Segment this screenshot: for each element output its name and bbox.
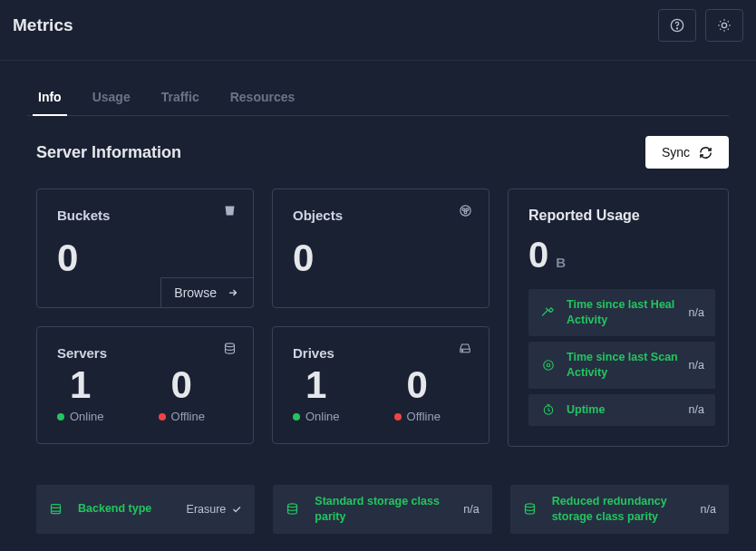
page-header: Metrics xyxy=(0,0,756,61)
buckets-title: Buckets xyxy=(57,208,233,223)
drives-offline-count: 0 xyxy=(394,366,441,404)
page-title: Metrics xyxy=(13,15,73,35)
heal-icon xyxy=(539,306,557,319)
offline-label: Offline xyxy=(171,410,205,423)
middle-column: Objects 0 Drives 1 Online 0 xyxy=(272,188,489,447)
reported-usage-title: Reported Usage xyxy=(528,206,715,226)
stat-scan: Time since last Scan Activity n/a xyxy=(528,342,715,389)
reduced-parity-pill: Reduced redundancy storage class parity … xyxy=(510,485,729,534)
refresh-icon xyxy=(699,146,712,160)
sync-button[interactable]: Sync xyxy=(645,136,729,169)
backend-type-label: Backend type xyxy=(78,501,176,517)
servers-card: Servers 1 Online 0 Offline xyxy=(36,326,254,444)
bucket-icon xyxy=(223,204,237,218)
svg-point-14 xyxy=(288,504,297,508)
stat-scan-label: Time since last Scan Activity xyxy=(567,350,680,381)
storage-icon xyxy=(523,502,541,516)
stat-scan-value: n/a xyxy=(689,359,704,372)
stat-heal: Time since last Heal Activity n/a xyxy=(528,289,715,336)
offline-label: Offline xyxy=(407,410,441,423)
storage-icon xyxy=(49,502,67,516)
drives-status: 1 Online 0 Offline xyxy=(293,366,469,423)
objects-title: Objects xyxy=(293,208,469,223)
drives-card: Drives 1 Online 0 Offline xyxy=(272,326,489,444)
reduced-parity-value: n/a xyxy=(701,503,716,516)
stat-uptime-label: Uptime xyxy=(567,402,680,418)
servers-status: 1 Online 0 Offline xyxy=(57,366,233,423)
content: Info Usage Traffic Resources Server Info… xyxy=(0,61,756,534)
left-column: Buckets 0 Browse Servers xyxy=(36,188,254,447)
servers-offline: 0 Offline xyxy=(159,366,205,423)
svg-point-6 xyxy=(466,208,469,211)
section-title: Server Information xyxy=(36,143,181,162)
header-actions xyxy=(658,9,743,42)
status-dot-green xyxy=(293,413,300,420)
online-label: Online xyxy=(70,410,104,423)
tabs: Info Usage Traffic Resources xyxy=(27,81,729,116)
stat-heal-value: n/a xyxy=(689,306,704,319)
arrow-right-icon xyxy=(226,287,240,298)
cards-grid: Buckets 0 Browse Servers xyxy=(27,188,729,447)
objects-icon xyxy=(459,204,472,218)
svg-point-11 xyxy=(547,363,550,367)
sun-icon xyxy=(717,18,732,33)
tab-usage[interactable]: Usage xyxy=(91,81,132,115)
svg-point-3 xyxy=(226,343,235,347)
standard-parity-value: n/a xyxy=(463,503,479,516)
online-label: Online xyxy=(305,410,340,423)
svg-point-1 xyxy=(676,28,677,29)
server-icon xyxy=(223,342,237,355)
servers-online: 1 Online xyxy=(57,366,104,423)
svg-point-5 xyxy=(462,208,465,211)
drive-icon xyxy=(458,342,472,354)
stat-uptime-value: n/a xyxy=(689,403,704,416)
status-dot-red xyxy=(394,413,402,420)
storage-icon xyxy=(286,502,304,516)
drives-online: 1 Online xyxy=(293,366,340,423)
svg-point-9 xyxy=(462,350,463,351)
usage-number: 0 xyxy=(528,237,548,273)
reported-usage-value: 0 B xyxy=(528,237,715,273)
backend-type-text: Erasure xyxy=(187,503,227,516)
svg-point-2 xyxy=(722,23,726,27)
servers-title: Servers xyxy=(57,345,233,361)
sync-label: Sync xyxy=(662,145,690,160)
section-header: Server Information Sync xyxy=(27,136,729,169)
buckets-value: 0 xyxy=(57,239,233,277)
scan-icon xyxy=(539,359,557,372)
browse-button[interactable]: Browse xyxy=(160,277,254,308)
standard-parity-label: Standard storage class parity xyxy=(315,494,452,525)
buckets-card: Buckets 0 Browse xyxy=(36,188,254,308)
bottom-info-row: Backend type Erasure Standard storage cl… xyxy=(27,485,729,534)
drives-title: Drives xyxy=(293,345,469,361)
status-dot-red xyxy=(159,413,166,420)
tab-resources[interactable]: Resources xyxy=(228,81,297,115)
objects-value: 0 xyxy=(293,239,469,277)
stat-uptime: Uptime n/a xyxy=(528,394,715,426)
tab-traffic[interactable]: Traffic xyxy=(160,81,201,115)
reported-usage-card: Reported Usage 0 B Time since last Heal … xyxy=(508,188,729,447)
svg-point-10 xyxy=(544,361,554,371)
objects-card: Objects 0 xyxy=(272,188,489,308)
drives-offline: 0 Offline xyxy=(394,366,441,423)
standard-parity-pill: Standard storage class parity n/a xyxy=(273,485,491,534)
svg-point-15 xyxy=(525,504,534,508)
servers-offline-count: 0 xyxy=(159,366,205,404)
uptime-icon xyxy=(539,403,557,416)
browse-label: Browse xyxy=(174,285,217,300)
backend-type-value: Erasure xyxy=(187,503,243,516)
reduced-parity-label: Reduced redundancy storage class parity xyxy=(552,494,690,525)
backend-type-pill: Backend type Erasure xyxy=(36,485,255,534)
usage-unit: B xyxy=(556,255,566,270)
svg-rect-13 xyxy=(52,505,61,514)
status-dot-green xyxy=(57,413,64,420)
theme-toggle-button[interactable] xyxy=(705,9,743,42)
servers-online-count: 1 xyxy=(57,366,104,404)
svg-point-7 xyxy=(464,211,467,214)
drives-online-count: 1 xyxy=(293,366,340,404)
tab-info[interactable]: Info xyxy=(36,81,63,115)
stat-heal-label: Time since last Heal Activity xyxy=(567,297,680,328)
help-icon xyxy=(670,18,684,33)
help-button[interactable] xyxy=(658,9,696,42)
check-icon xyxy=(231,504,242,515)
